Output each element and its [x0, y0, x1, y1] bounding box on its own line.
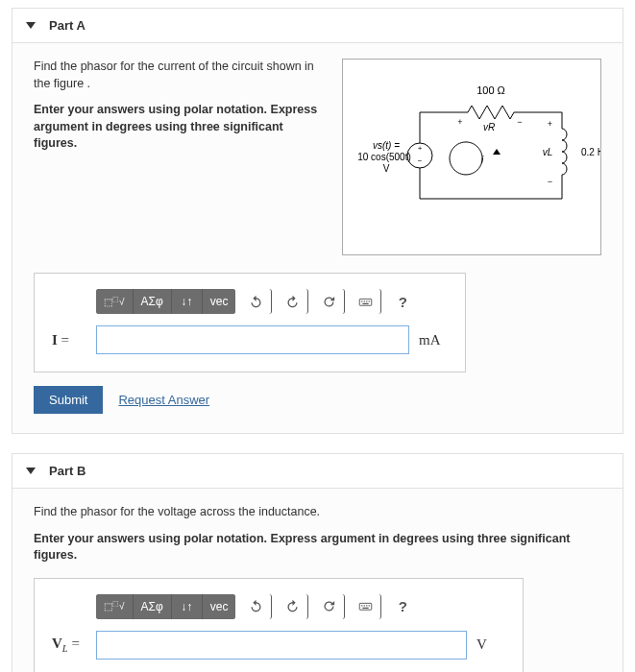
greek-button[interactable]: ΑΣφ [134, 289, 172, 314]
request-answer-link-a[interactable]: Request Answer [118, 393, 209, 407]
greek-button[interactable]: ΑΣφ [134, 594, 172, 619]
help-button[interactable]: ? [387, 289, 418, 314]
answer-input-b[interactable] [96, 631, 467, 660]
toolbar-a: ⬚⬚√ ΑΣφ ↓↑ vec ? [96, 289, 448, 314]
undo-button[interactable] [241, 594, 272, 619]
keyboard-button[interactable] [351, 594, 381, 619]
part-a-instruction: Enter your answers using polar notation.… [34, 102, 322, 153]
part-a-prompt: Find the phasor for the current of the c… [34, 59, 322, 92]
svg-rect-31 [367, 605, 368, 606]
svg-text:+: + [548, 119, 552, 129]
svg-text:−: − [517, 117, 522, 127]
caret-down-icon [26, 22, 36, 29]
submit-button-a[interactable]: Submit [34, 386, 103, 414]
svg-text:vs(t) =: vs(t) = [373, 140, 400, 151]
svg-rect-27 [363, 302, 369, 303]
part-a-header[interactable]: Part A [12, 9, 623, 43]
svg-text:−: − [548, 177, 552, 186]
toolbar-b: ⬚⬚√ ΑΣφ ↓↑ vec ? [96, 594, 505, 619]
reset-button[interactable] [314, 594, 345, 619]
part-b-answer-block: ⬚⬚√ ΑΣφ ↓↑ vec ? VL = V [34, 578, 524, 673]
svg-rect-25 [367, 300, 368, 301]
svg-rect-30 [364, 605, 365, 606]
resistor-label: 100 Ω [476, 84, 505, 96]
svg-rect-29 [362, 605, 363, 606]
reset-button[interactable] [314, 289, 345, 314]
svg-text:V: V [383, 163, 390, 174]
part-b-title: Part B [49, 464, 85, 478]
svg-text:−: − [418, 156, 423, 165]
part-a-answer-block: ⬚⬚√ ΑΣφ ↓↑ vec ? I = mA [34, 273, 466, 372]
part-a: Part A Find the phasor for the current o… [12, 8, 623, 434]
part-a-title: Part A [49, 18, 85, 33]
templates-button[interactable]: ⬚⬚√ [96, 594, 134, 619]
part-b: Part B Find the phasor for the voltage a… [12, 453, 623, 672]
svg-rect-22 [360, 299, 373, 305]
caret-down-icon [26, 468, 36, 474]
help-button[interactable]: ? [387, 594, 418, 619]
svg-rect-32 [369, 605, 370, 606]
part-b-instruction: Enter your answers using polar notation.… [34, 531, 601, 564]
svg-text:10 cos(500t): 10 cos(500t) [357, 152, 411, 162]
svg-rect-23 [362, 300, 363, 301]
undo-button[interactable] [241, 289, 272, 314]
subsup-button[interactable]: ↓↑ [172, 594, 203, 619]
svg-text:vR: vR [483, 122, 495, 132]
svg-text:+: + [457, 117, 462, 127]
keyboard-button[interactable] [351, 289, 381, 314]
circuit-figure: + − 100 Ω + vR − vs(t) = 10 cos(500t) V … [342, 59, 601, 255]
subsup-button[interactable]: ↓↑ [172, 289, 203, 314]
svg-marker-10 [493, 149, 501, 155]
svg-rect-24 [364, 300, 365, 301]
redo-button[interactable] [278, 594, 308, 619]
part-b-body: Find the phasor for the voltage across t… [12, 489, 623, 672]
svg-rect-26 [369, 300, 370, 301]
part-b-prompt: Find the phasor for the voltage across t… [34, 504, 601, 521]
redo-button[interactable] [278, 289, 308, 314]
svg-text:i: i [481, 155, 484, 165]
vec-button[interactable]: vec [203, 594, 236, 619]
part-a-body: Find the phasor for the current of the c… [12, 43, 623, 433]
unit-label-b: V [476, 636, 505, 653]
templates-button[interactable]: ⬚⬚√ [96, 289, 134, 314]
vec-button[interactable]: vec [203, 289, 236, 314]
svg-rect-33 [363, 608, 369, 609]
svg-rect-28 [360, 603, 373, 610]
variable-label-a: I = [52, 332, 86, 348]
svg-text:+: + [418, 144, 423, 153]
part-b-header[interactable]: Part B [12, 454, 623, 489]
svg-text:0.2 H: 0.2 H [581, 147, 600, 157]
variable-label-b: VL = [52, 636, 86, 654]
answer-input-a[interactable] [96, 325, 409, 354]
unit-label-a: mA [419, 332, 448, 348]
svg-text:vL: vL [543, 147, 553, 157]
